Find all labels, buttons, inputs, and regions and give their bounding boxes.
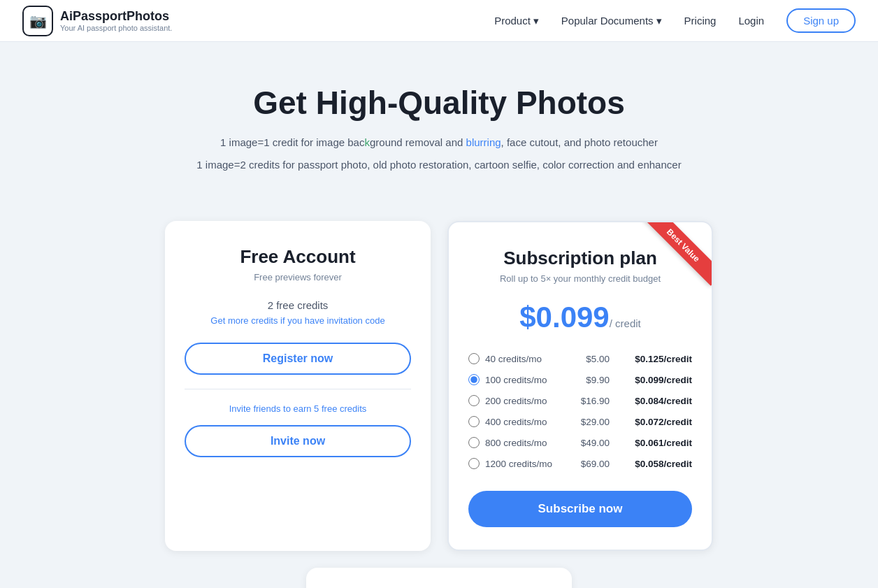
free-card-subtitle: Free previews forever xyxy=(185,272,411,282)
invite-info: Get more credits if you have invitation … xyxy=(185,315,411,326)
logo-tagline: Your AI passport photo assistant. xyxy=(60,24,172,32)
navbar: 📷 AiPassportPhotos Your AI passport phot… xyxy=(0,0,878,42)
sub-option-per: $0.084/credit xyxy=(615,396,692,406)
free-card-title: Free Account xyxy=(185,246,411,268)
sub-price: $0.099/ credit xyxy=(468,301,692,334)
sub-option-price: $49.00 xyxy=(570,438,610,448)
hero-line1: 1 image=1 credit for image background re… xyxy=(14,134,864,151)
sub-option-per: $0.061/credit xyxy=(615,438,692,448)
sub-radio-1[interactable] xyxy=(468,353,480,364)
nav-product[interactable]: Product ▾ xyxy=(494,15,539,27)
nav-login[interactable]: Login xyxy=(738,15,764,27)
sub-price-per: / credit xyxy=(610,317,641,329)
hero-line2: 1 image=2 credits for passport photo, ol… xyxy=(14,157,864,173)
logo-icon: 📷 xyxy=(22,6,53,36)
sub-price-amount: $0.099 xyxy=(519,301,609,334)
logo-link[interactable]: 📷 AiPassportPhotos Your AI passport phot… xyxy=(22,6,172,36)
card-divider xyxy=(185,389,411,389)
sub-radio-3[interactable] xyxy=(468,395,480,406)
sub-option-row: 800 credits/mo $49.00 $0.061/credit xyxy=(468,432,692,453)
invite-button[interactable]: Invite now xyxy=(185,425,411,457)
sub-radio-6[interactable] xyxy=(468,458,480,469)
subscribe-button[interactable]: Subscribe now xyxy=(468,491,692,527)
logo-text: AiPassportPhotos Your AI passport photo … xyxy=(60,9,172,32)
free-card: Free Account Free previews forever 2 fre… xyxy=(165,221,431,551)
sub-option-row: 1200 credits/mo $69.00 $0.058/credit xyxy=(468,453,692,474)
sub-option-label[interactable]: 200 credits/mo xyxy=(485,396,565,406)
sub-option-price: $29.00 xyxy=(570,417,610,427)
logo-name: AiPassportPhotos xyxy=(60,9,172,24)
free-credits-label: 2 free credits xyxy=(185,299,411,311)
sub-options: 40 credits/mo $5.00 $0.125/credit 100 cr… xyxy=(468,348,692,474)
hero-section: Get High-Quality Photos 1 image=1 credit… xyxy=(0,42,878,207)
sub-option-per: $0.125/credit xyxy=(615,354,692,364)
sub-option-per: $0.072/credit xyxy=(615,417,692,427)
nav-pricing[interactable]: Pricing xyxy=(684,15,717,27)
sub-option-row: 100 credits/mo $9.90 $0.099/credit xyxy=(468,369,692,390)
sub-card-subtitle: Roll up to 5× your monthly credit budget xyxy=(468,273,692,284)
nav-popular-documents[interactable]: Popular Documents ▾ xyxy=(561,15,662,27)
sub-option-label[interactable]: 1200 credits/mo xyxy=(485,459,565,469)
hero-title: Get High-Quality Photos xyxy=(14,84,864,122)
sub-option-label[interactable]: 800 credits/mo xyxy=(485,438,565,448)
sub-option-label[interactable]: 40 credits/mo xyxy=(485,354,565,364)
signup-button[interactable]: Sign up xyxy=(786,8,856,33)
sub-radio-5[interactable] xyxy=(468,437,480,448)
sub-option-price: $16.90 xyxy=(570,396,610,406)
sub-option-per: $0.058/credit xyxy=(615,459,692,469)
sub-option-label[interactable]: 100 credits/mo xyxy=(485,375,565,385)
sub-option-label[interactable]: 400 credits/mo xyxy=(485,417,565,427)
nav-links: Product ▾ Popular Documents ▾ Pricing Lo… xyxy=(494,8,856,33)
sub-radio-4[interactable] xyxy=(468,416,480,427)
invite-earn-label: Invite friends to earn 5 free credits xyxy=(185,403,411,414)
sub-option-price: $9.90 xyxy=(570,375,610,385)
sub-option-price: $5.00 xyxy=(570,354,610,364)
sub-option-row: 40 credits/mo $5.00 $0.125/credit xyxy=(468,348,692,369)
chevron-down-icon: ▾ xyxy=(533,15,539,27)
sub-option-price: $69.00 xyxy=(570,459,610,469)
register-button[interactable]: Register now xyxy=(185,343,411,375)
subscription-card: Best Value Subscription plan Roll up to … xyxy=(447,221,713,551)
pricing-section: Free Account Free previews forever 2 fre… xyxy=(0,207,878,588)
payg-card: Pay as you go Credit available for use f… xyxy=(306,568,572,588)
sub-radio-2[interactable] xyxy=(468,374,480,385)
sub-option-row: 400 credits/mo $29.00 $0.072/credit xyxy=(468,411,692,432)
sub-option-per: $0.099/credit xyxy=(615,375,692,385)
chevron-down-icon: ▾ xyxy=(656,15,662,27)
sub-option-row: 200 credits/mo $16.90 $0.084/credit xyxy=(468,390,692,411)
sub-card-title: Subscription plan xyxy=(468,248,692,269)
